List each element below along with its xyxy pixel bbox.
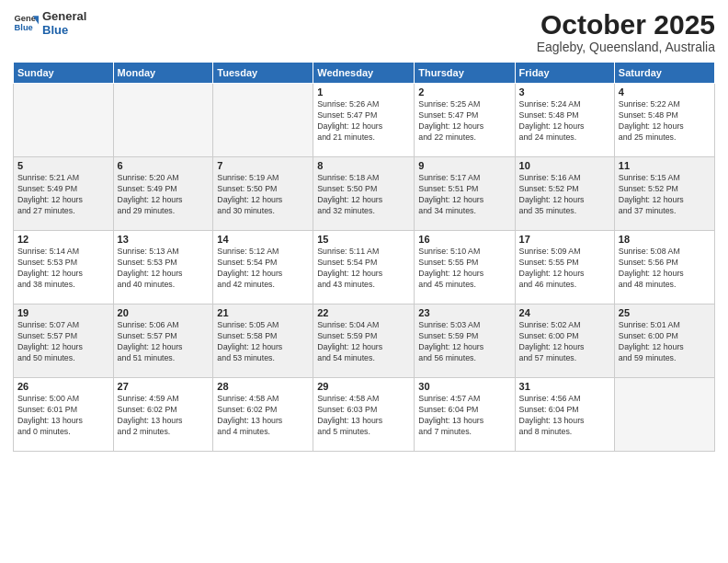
day-number: 3 [519, 86, 610, 98]
day-cell [614, 378, 714, 452]
day-info: Sunrise: 5:21 AM Sunset: 5:49 PM Dayligh… [17, 173, 109, 217]
day-info: Sunrise: 5:20 AM Sunset: 5:49 PM Dayligh… [118, 173, 210, 217]
day-cell [14, 84, 114, 157]
day-info: Sunrise: 5:01 AM Sunset: 6:00 PM Dayligh… [619, 320, 711, 364]
day-number: 22 [317, 307, 410, 318]
day-cell: 1Sunrise: 5:26 AM Sunset: 5:47 PM Daylig… [313, 84, 415, 157]
day-number: 7 [217, 160, 309, 171]
day-number: 5 [17, 160, 109, 171]
day-number: 1 [317, 86, 410, 98]
day-cell: 27Sunrise: 4:59 AM Sunset: 6:02 PM Dayli… [113, 378, 213, 452]
day-number: 25 [619, 307, 711, 318]
day-info: Sunrise: 5:12 AM Sunset: 5:54 PM Dayligh… [217, 247, 309, 291]
day-info: Sunrise: 5:16 AM Sunset: 5:52 PM Dayligh… [519, 173, 610, 217]
day-cell: 28Sunrise: 4:58 AM Sunset: 6:02 PM Dayli… [213, 378, 313, 452]
calendar: SundayMondayTuesdayWednesdayThursdayFrid… [13, 62, 715, 452]
weekday-header-row: SundayMondayTuesdayWednesdayThursdayFrid… [14, 63, 715, 84]
day-info: Sunrise: 4:59 AM Sunset: 6:02 PM Dayligh… [118, 394, 210, 438]
day-cell [113, 84, 213, 157]
day-number: 13 [118, 234, 210, 245]
day-info: Sunrise: 4:57 AM Sunset: 6:04 PM Dayligh… [418, 394, 510, 438]
day-info: Sunrise: 5:14 AM Sunset: 5:53 PM Dayligh… [17, 247, 109, 291]
day-number: 23 [418, 307, 510, 318]
day-cell: 2Sunrise: 5:25 AM Sunset: 5:47 PM Daylig… [415, 84, 515, 157]
day-info: Sunrise: 5:24 AM Sunset: 5:48 PM Dayligh… [519, 99, 610, 144]
day-number: 21 [217, 307, 309, 318]
logo: General Blue General Blue [13, 9, 86, 37]
day-number: 28 [217, 381, 309, 392]
title-block: October 2025 Eagleby, Queensland, Austra… [537, 9, 715, 54]
day-cell: 11Sunrise: 5:15 AM Sunset: 5:52 PM Dayli… [614, 157, 714, 231]
day-info: Sunrise: 5:06 AM Sunset: 5:57 PM Dayligh… [118, 320, 210, 364]
day-info: Sunrise: 5:25 AM Sunset: 5:47 PM Dayligh… [418, 99, 510, 144]
day-cell: 24Sunrise: 5:02 AM Sunset: 6:00 PM Dayli… [515, 304, 614, 378]
day-number: 4 [619, 86, 711, 98]
week-row-0: 1Sunrise: 5:26 AM Sunset: 5:47 PM Daylig… [14, 84, 715, 157]
day-info: Sunrise: 5:11 AM Sunset: 5:54 PM Dayligh… [317, 247, 410, 291]
day-info: Sunrise: 5:13 AM Sunset: 5:53 PM Dayligh… [118, 247, 210, 291]
day-number: 8 [317, 160, 410, 171]
day-cell: 26Sunrise: 5:00 AM Sunset: 6:01 PM Dayli… [14, 378, 114, 452]
day-cell: 9Sunrise: 5:17 AM Sunset: 5:51 PM Daylig… [415, 157, 515, 231]
day-info: Sunrise: 5:19 AM Sunset: 5:50 PM Dayligh… [217, 173, 309, 217]
svg-text:Blue: Blue [15, 23, 33, 32]
day-cell: 22Sunrise: 5:04 AM Sunset: 5:59 PM Dayli… [313, 304, 415, 378]
day-cell: 20Sunrise: 5:06 AM Sunset: 5:57 PM Dayli… [113, 304, 213, 378]
day-cell: 25Sunrise: 5:01 AM Sunset: 6:00 PM Dayli… [614, 304, 714, 378]
day-number: 27 [118, 381, 210, 392]
day-info: Sunrise: 5:18 AM Sunset: 5:50 PM Dayligh… [317, 173, 410, 217]
day-info: Sunrise: 5:09 AM Sunset: 5:55 PM Dayligh… [519, 247, 610, 291]
weekday-header-saturday: Saturday [614, 63, 714, 84]
week-row-4: 26Sunrise: 5:00 AM Sunset: 6:01 PM Dayli… [14, 378, 715, 452]
day-cell: 18Sunrise: 5:08 AM Sunset: 5:56 PM Dayli… [614, 231, 714, 304]
weekday-header-wednesday: Wednesday [313, 63, 415, 84]
day-number: 20 [118, 307, 210, 318]
day-cell: 8Sunrise: 5:18 AM Sunset: 5:50 PM Daylig… [313, 157, 415, 231]
day-number: 17 [519, 234, 610, 245]
logo-blue: Blue [42, 23, 86, 37]
location-title: Eagleby, Queensland, Australia [537, 40, 715, 54]
logo-icon: General Blue [13, 10, 39, 36]
week-row-1: 5Sunrise: 5:21 AM Sunset: 5:49 PM Daylig… [14, 157, 715, 231]
day-cell: 31Sunrise: 4:56 AM Sunset: 6:04 PM Dayli… [515, 378, 614, 452]
day-info: Sunrise: 5:08 AM Sunset: 5:56 PM Dayligh… [619, 247, 711, 291]
day-cell: 30Sunrise: 4:57 AM Sunset: 6:04 PM Dayli… [415, 378, 515, 452]
day-number: 2 [418, 86, 510, 98]
day-cell: 29Sunrise: 4:58 AM Sunset: 6:03 PM Dayli… [313, 378, 415, 452]
day-cell: 23Sunrise: 5:03 AM Sunset: 5:59 PM Dayli… [415, 304, 515, 378]
day-info: Sunrise: 5:10 AM Sunset: 5:55 PM Dayligh… [418, 247, 510, 291]
day-number: 15 [317, 234, 410, 245]
weekday-header-monday: Monday [113, 63, 213, 84]
day-number: 30 [418, 381, 510, 392]
day-info: Sunrise: 5:00 AM Sunset: 6:01 PM Dayligh… [17, 394, 109, 438]
day-info: Sunrise: 4:56 AM Sunset: 6:04 PM Dayligh… [519, 394, 610, 438]
day-cell: 13Sunrise: 5:13 AM Sunset: 5:53 PM Dayli… [113, 231, 213, 304]
day-cell [213, 84, 313, 157]
day-cell: 12Sunrise: 5:14 AM Sunset: 5:53 PM Dayli… [14, 231, 114, 304]
day-cell: 4Sunrise: 5:22 AM Sunset: 5:48 PM Daylig… [614, 84, 714, 157]
day-cell: 17Sunrise: 5:09 AM Sunset: 5:55 PM Dayli… [515, 231, 614, 304]
day-info: Sunrise: 5:26 AM Sunset: 5:47 PM Dayligh… [317, 99, 410, 144]
day-number: 24 [519, 307, 610, 318]
day-info: Sunrise: 5:22 AM Sunset: 5:48 PM Dayligh… [619, 99, 711, 144]
day-info: Sunrise: 4:58 AM Sunset: 6:03 PM Dayligh… [317, 394, 410, 438]
day-cell: 15Sunrise: 5:11 AM Sunset: 5:54 PM Dayli… [313, 231, 415, 304]
day-info: Sunrise: 5:02 AM Sunset: 6:00 PM Dayligh… [519, 320, 610, 364]
day-number: 12 [17, 234, 109, 245]
day-number: 9 [418, 160, 510, 171]
day-cell: 6Sunrise: 5:20 AM Sunset: 5:49 PM Daylig… [113, 157, 213, 231]
day-cell: 14Sunrise: 5:12 AM Sunset: 5:54 PM Dayli… [213, 231, 313, 304]
day-info: Sunrise: 5:17 AM Sunset: 5:51 PM Dayligh… [418, 173, 510, 217]
day-info: Sunrise: 5:07 AM Sunset: 5:57 PM Dayligh… [17, 320, 109, 364]
day-number: 10 [519, 160, 610, 171]
weekday-header-friday: Friday [515, 63, 614, 84]
day-number: 29 [317, 381, 410, 392]
logo-general: General [42, 9, 86, 23]
weekday-header-sunday: Sunday [14, 63, 114, 84]
weekday-header-tuesday: Tuesday [213, 63, 313, 84]
month-title: October 2025 [537, 9, 715, 40]
day-number: 14 [217, 234, 309, 245]
day-info: Sunrise: 4:58 AM Sunset: 6:02 PM Dayligh… [217, 394, 309, 438]
page: General Blue General Blue October 2025 E… [0, 0, 728, 563]
day-cell: 10Sunrise: 5:16 AM Sunset: 5:52 PM Dayli… [515, 157, 614, 231]
